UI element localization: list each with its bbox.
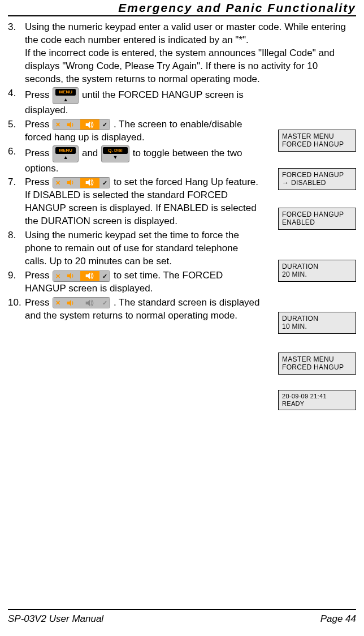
step-4-number: 4. xyxy=(8,87,25,117)
step-3: 3. Using the numeric keypad enter a vali… xyxy=(8,21,356,86)
step-9-number: 9. xyxy=(8,269,25,295)
step-7-seg1: Press xyxy=(25,177,52,187)
step-7-number: 7. xyxy=(8,176,25,228)
step-6-body: Press and to toggle between the two opti… xyxy=(25,145,262,175)
step-6-mid: and xyxy=(82,148,101,158)
step-6-seg1: Press xyxy=(25,148,52,158)
lcd-screen-enabled: FORCED HANGUP ENABLED xyxy=(278,208,356,230)
volume-strip-check-icon: ✕ ✓ xyxy=(53,119,110,130)
lcd-screen-duration-10: DURATION 10 MIN. xyxy=(278,312,356,334)
footer-right: Page 44 xyxy=(320,613,356,625)
step-5-seg1: Press xyxy=(25,119,52,130)
step-7-body: Press ✕ ✓ to set the forced Hang Up feat… xyxy=(25,176,262,228)
volume-strip-check-icon: ✕ ✓ xyxy=(53,177,110,188)
content-area: 3. Using the numeric keypad enter a vali… xyxy=(8,16,356,323)
lcd-screen-ready: 20-09-09 21:41 READY xyxy=(278,390,356,410)
step-4-seg1: Press xyxy=(25,89,52,100)
step-10-seg1: Press xyxy=(25,297,52,308)
lcd-screen-master-menu: MASTER MENU FORCED HANGUP xyxy=(278,130,356,152)
step-9-seg1: Press xyxy=(25,270,52,281)
menu-up-button-icon xyxy=(53,145,79,162)
step-10-body: Press ✕ ✓ . The standard screen is displ… xyxy=(25,296,262,323)
qdial-down-button-icon xyxy=(101,145,129,162)
step-8-number: 8. xyxy=(8,229,25,268)
lcd-screen-duration-20: DURATION 20 MIN. xyxy=(278,260,356,282)
page-header: Emergency and Panic Functionality xyxy=(8,0,356,16)
step-4-body: Press until the FORCED HANGUP screen is … xyxy=(25,87,262,117)
volume-strip-check-icon: ✕ ✓ xyxy=(53,270,110,282)
menu-up-button-icon xyxy=(53,87,79,104)
step-6-number: 6. xyxy=(8,145,25,175)
page-footer: SP-03V2 User Manual Page 44 xyxy=(8,609,356,625)
step-3-body: Using the numeric keypad enter a valid u… xyxy=(25,21,356,86)
step-8-body: Using the numeric keypad set the time to… xyxy=(25,229,262,268)
step-9-body: Press ✕ ✓ to set time. The FORCED HANGUP… xyxy=(25,269,262,295)
lcd-screen-disabled: FORCED HANGUP → DISABLED xyxy=(278,168,356,190)
lcd-screen-master-menu-2: MASTER MENU FORCED HANGUP xyxy=(278,353,356,375)
footer-left: SP-03V2 User Manual xyxy=(8,613,103,625)
step-10-number: 10. xyxy=(8,296,25,323)
step-5-body: Press ✕ ✓ . The screen to enable/disable… xyxy=(25,118,262,144)
volume-strip-dim-icon: ✕ ✓ xyxy=(53,297,110,308)
step-3-number: 3. xyxy=(8,21,25,86)
step-4: 4. Press until the FORCED HANGUP screen … xyxy=(8,87,356,117)
step-5-number: 5. xyxy=(8,118,25,144)
